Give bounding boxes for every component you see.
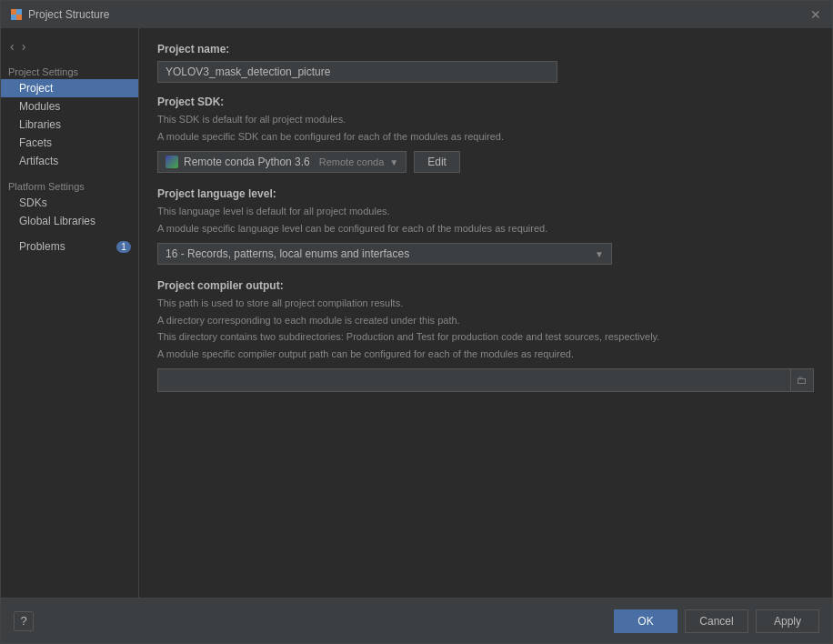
compiler-output-folder-button[interactable]: 🗀 <box>791 368 814 392</box>
language-level-desc2: A module specific language level can be … <box>157 221 814 236</box>
svg-rect-1 <box>16 9 22 15</box>
footer: ? OK Cancel Apply <box>1 598 832 643</box>
ok-button[interactable]: OK <box>614 609 677 633</box>
main-panel: Project name: Project SDK: This SDK is d… <box>139 28 832 598</box>
compiler-desc3: This directory contains two subdirectori… <box>157 329 814 345</box>
sdk-dropdown-arrow: ▼ <box>389 157 398 167</box>
app-icon <box>10 8 23 21</box>
svg-rect-3 <box>16 15 22 20</box>
sidebar-item-libraries[interactable]: Libraries <box>1 116 138 134</box>
language-level-selected: 16 - Records, patterns, local enums and … <box>166 247 409 260</box>
help-button[interactable]: ? <box>14 611 34 631</box>
sdk-row: Remote conda Python 3.6 Remote conda ▼ E… <box>157 151 814 173</box>
back-button[interactable]: ‹ <box>8 37 16 55</box>
compiler-desc4: A module specific compiler output path c… <box>157 347 814 362</box>
project-name-label: Project name: <box>157 43 814 55</box>
title-bar-left: Project Structure <box>10 8 109 21</box>
sdk-dropdown[interactable]: Remote conda Python 3.6 Remote conda ▼ <box>157 151 406 173</box>
sidebar-item-problems[interactable]: Problems 1 <box>1 237 138 256</box>
sidebar-item-project[interactable]: Project <box>1 79 138 97</box>
sdk-edit-button[interactable]: Edit <box>414 151 460 173</box>
project-sdk-label: Project SDK: <box>157 96 814 108</box>
problems-badge: 1 <box>116 241 131 253</box>
compiler-output-input[interactable] <box>157 368 791 392</box>
project-sdk-desc2: A module specific SDK can be configured … <box>157 129 814 145</box>
apply-button[interactable]: Apply <box>756 609 819 633</box>
sdk-selected-text: Remote conda Python 3.6 <box>184 156 310 168</box>
sidebar-item-modules[interactable]: Modules <box>1 97 138 116</box>
cancel-button[interactable]: Cancel <box>685 609 748 633</box>
project-settings-header: Project Settings <box>1 63 138 79</box>
sidebar: ‹ › Project Settings Project Modules Lib… <box>1 28 139 598</box>
project-name-input[interactable] <box>157 61 557 83</box>
content-area: ‹ › Project Settings Project Modules Lib… <box>1 28 832 598</box>
project-structure-dialog: Project Structure ✕ ‹ › Project Settings… <box>0 0 833 644</box>
platform-settings-header: Platform Settings <box>1 177 138 194</box>
sidebar-item-global-libraries[interactable]: Global Libraries <box>1 212 138 230</box>
compiler-desc1: This path is used to store all project c… <box>157 296 814 311</box>
problems-label: Problems <box>19 240 65 253</box>
language-level-dropdown[interactable]: 16 - Records, patterns, local enums and … <box>157 243 612 265</box>
svg-rect-0 <box>11 9 16 15</box>
compiler-output-row: 🗀 <box>157 368 814 392</box>
close-button[interactable]: ✕ <box>808 7 823 22</box>
dialog-title: Project Structure <box>28 8 109 21</box>
sdk-suffix: Remote conda <box>319 156 385 167</box>
folder-icon: 🗀 <box>797 374 808 387</box>
title-bar: Project Structure ✕ <box>1 1 832 28</box>
footer-left: ? <box>14 611 34 631</box>
footer-right: OK Cancel Apply <box>614 609 819 633</box>
compiler-desc2: A directory corresponding to each module… <box>157 313 814 328</box>
language-level-arrow: ▼ <box>595 249 604 259</box>
project-sdk-desc1: This SDK is default for all project modu… <box>157 112 814 127</box>
svg-rect-2 <box>11 15 16 20</box>
forward-button[interactable]: › <box>20 37 28 55</box>
sidebar-item-facets[interactable]: Facets <box>1 134 138 152</box>
conda-icon <box>166 156 178 168</box>
sidebar-item-sdks[interactable]: SDKs <box>1 194 138 212</box>
language-level-label: Project language level: <box>157 187 814 200</box>
compiler-output-label: Project compiler output: <box>157 279 814 292</box>
language-level-desc1: This language level is default for all p… <box>157 204 814 219</box>
nav-back-forward: ‹ › <box>1 34 138 63</box>
sidebar-item-artifacts[interactable]: Artifacts <box>1 152 138 170</box>
